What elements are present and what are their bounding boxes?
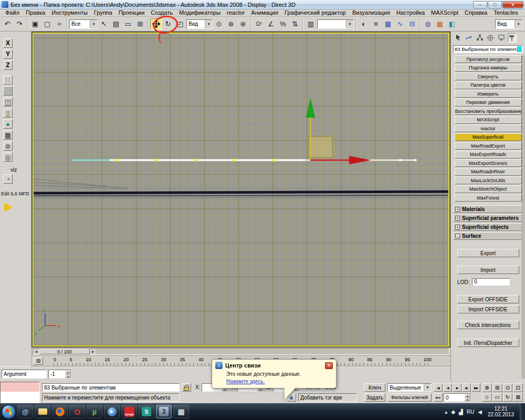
percent-snap-icon[interactable]: % xyxy=(277,18,289,30)
use-pivot-icon[interactable]: ⊙ xyxy=(213,18,225,30)
rollout-toggle-icon[interactable]: + xyxy=(455,207,460,212)
rotate-icon[interactable]: ↻ xyxy=(162,18,174,30)
tab-utilities[interactable] xyxy=(508,33,517,43)
argument-combo[interactable]: Argument xyxy=(2,370,47,379)
set-key-button[interactable]: Задать xyxy=(364,393,385,402)
utility-button[interactable]: MAXScript xyxy=(455,116,522,124)
rollout-header[interactable]: + Superficial parameters xyxy=(453,214,523,222)
utility-button[interactable]: MaxRoadnRiver xyxy=(455,168,522,176)
field-of-view-icon[interactable]: ▭ xyxy=(492,393,502,402)
axis-x-button[interactable]: X xyxy=(3,38,13,48)
orbit-icon[interactable]: ↻ xyxy=(503,393,513,402)
maximize-viewport-icon[interactable]: ⊠ xyxy=(513,393,523,402)
next-frame-button[interactable]: ▶| xyxy=(462,383,471,392)
layer-manager-icon[interactable]: ▦ xyxy=(382,18,394,30)
selection-name-field[interactable]: 83 Выбранные по элемента xyxy=(453,45,523,53)
utility-button[interactable]: MaxForest xyxy=(455,194,522,202)
utility-button[interactable]: MaxExportScenes xyxy=(455,159,522,167)
time-slider-handle[interactable]: 0 / 100 xyxy=(39,349,90,354)
spinner-down-icon[interactable]: ▾ xyxy=(65,374,71,379)
spinner-snap-icon[interactable]: ⇅ xyxy=(289,18,301,30)
window-crossing-icon[interactable]: ⊞ xyxy=(134,18,146,30)
rollout-toggle-icon[interactable]: + xyxy=(455,225,460,229)
bind-to-spacewarp-icon[interactable]: ≈ xyxy=(54,18,65,30)
tab-motion[interactable] xyxy=(486,33,496,43)
network-icon[interactable]: ▟ xyxy=(459,409,463,415)
menu-item[interactable]: Настройка xyxy=(393,9,428,16)
lattice-icon[interactable]: ▦ xyxy=(3,130,13,140)
import-offside-button[interactable]: Import OFFSIDE xyxy=(457,305,519,313)
maxscript-mini-listener[interactable] xyxy=(0,382,40,403)
chevron-down-icon[interactable]: ▾ xyxy=(205,20,212,28)
volume-icon[interactable]: ◀ xyxy=(478,409,482,415)
calculator-icon[interactable]: ▦ xyxy=(173,405,189,418)
rollout-header[interactable]: - Surface xyxy=(453,232,523,240)
balloon-close-icon[interactable]: × xyxy=(325,362,333,369)
import-button[interactable]: Import xyxy=(457,266,519,274)
utility-button[interactable]: Палитра цветов xyxy=(455,81,522,89)
sharing-app-icon[interactable]: S xyxy=(139,405,154,418)
undo-icon[interactable]: ↶ xyxy=(2,18,13,30)
next-frame-arrow-icon[interactable]: ▸ xyxy=(90,349,96,354)
zoom-region-icon[interactable]: ⊡ xyxy=(513,383,523,392)
edit-named-sets-icon[interactable]: ▥ xyxy=(305,18,317,30)
key-mode-toggle[interactable]: ⊷ xyxy=(434,393,443,402)
close-button[interactable]: × xyxy=(502,1,523,8)
spinner-up-icon[interactable]: ▴ xyxy=(465,394,470,397)
rollout-toggle-icon[interactable]: + xyxy=(455,216,460,220)
manipulate-icon[interactable]: ⊛ xyxy=(237,18,249,30)
chevron-down-icon[interactable]: ▾ xyxy=(346,20,353,28)
auto-key-button[interactable]: Ключ xyxy=(364,383,385,392)
tab-hierarchy[interactable] xyxy=(475,33,485,43)
menu-item[interactable]: Проекции xyxy=(116,9,148,16)
selection-filter-dropdown[interactable]: Все ▾ xyxy=(69,19,98,29)
gizmo-x-arrow[interactable] xyxy=(349,156,371,164)
chevron-down-icon[interactable]: ▾ xyxy=(90,20,97,28)
export-offside-button[interactable]: Export OFFSIDE xyxy=(457,295,519,303)
menu-item[interactable]: Создать xyxy=(148,9,176,16)
go-to-start-button[interactable]: |◀ xyxy=(434,383,443,392)
chevron-down-icon[interactable]: ▾ xyxy=(514,20,522,28)
curve-editor-icon[interactable]: ∿ xyxy=(394,18,406,30)
dots-icon[interactable]: ∷ xyxy=(3,75,13,85)
add-time-tag[interactable]: Добавить тэг вре xyxy=(298,393,357,402)
schematic-view-icon[interactable]: ⊟ xyxy=(406,18,418,30)
quick-render-icon[interactable]: ◧ xyxy=(446,18,458,30)
select-by-name-icon[interactable]: ▤ xyxy=(110,18,122,30)
firefox-icon[interactable] xyxy=(52,405,68,418)
angle-snap-icon[interactable]: ∠ xyxy=(265,18,277,30)
zoom-all-icon[interactable]: ⊞ xyxy=(492,383,502,392)
utility-button[interactable]: MaxLockOnUtils xyxy=(455,176,522,184)
axis-z-button[interactable]: Z xyxy=(3,60,13,70)
panel-scrollbar[interactable] xyxy=(522,56,524,379)
export-button[interactable]: Export xyxy=(457,249,519,257)
utility-button[interactable]: MaxRoadExport xyxy=(455,142,522,150)
torus-icon[interactable]: ◎ xyxy=(3,152,13,162)
hidden-icons-button[interactable]: ▴ xyxy=(445,409,447,415)
language-indicator[interactable]: RU xyxy=(467,409,474,415)
3dsmax-icon[interactable]: 3 xyxy=(156,405,172,418)
utility-button[interactable]: Восстановить преобразование xyxy=(455,107,522,115)
select-and-link-icon[interactable]: ▣ xyxy=(29,18,41,30)
time-slider-track[interactable]: ◂ 0 / 100 ▸ xyxy=(33,348,449,355)
menu-item[interactable]: MAXScript xyxy=(428,9,461,16)
menu-item[interactable]: Tentacles xyxy=(490,9,521,16)
clock[interactable]: 12:21 22.02.2013 xyxy=(486,406,516,417)
selected-box-object[interactable] xyxy=(309,136,332,158)
mini-curve-editor-button[interactable]: ⊞ xyxy=(34,357,43,365)
play-button[interactable]: ▶ xyxy=(453,383,461,392)
titlebar[interactable]: Без имени - Папка проекта: C:\Users\Andy… xyxy=(0,0,525,9)
rect-region-icon[interactable]: ▭ xyxy=(122,18,134,30)
utility-button[interactable]: MaxExportRoads xyxy=(455,151,522,159)
key-filters-button[interactable]: Фильтры ключей xyxy=(387,393,432,402)
viewport[interactable]: z x y xyxy=(33,33,449,346)
utility-button[interactable]: Перехват движения xyxy=(455,99,522,107)
listener-script-pane[interactable] xyxy=(0,392,40,403)
chevron-down-icon[interactable]: ▾ xyxy=(424,384,431,391)
listener-macro-pane[interactable] xyxy=(0,382,40,392)
menu-item[interactable]: Модификаторы xyxy=(176,9,224,16)
key-selection-dropdown[interactable]: Выделенные ▾ xyxy=(387,383,432,392)
utility-button-maxsuperficial[interactable]: MaxSuperficial xyxy=(455,133,522,141)
unlink-icon[interactable]: ▢ xyxy=(41,18,53,30)
utorrent-icon[interactable]: µ xyxy=(87,405,102,418)
